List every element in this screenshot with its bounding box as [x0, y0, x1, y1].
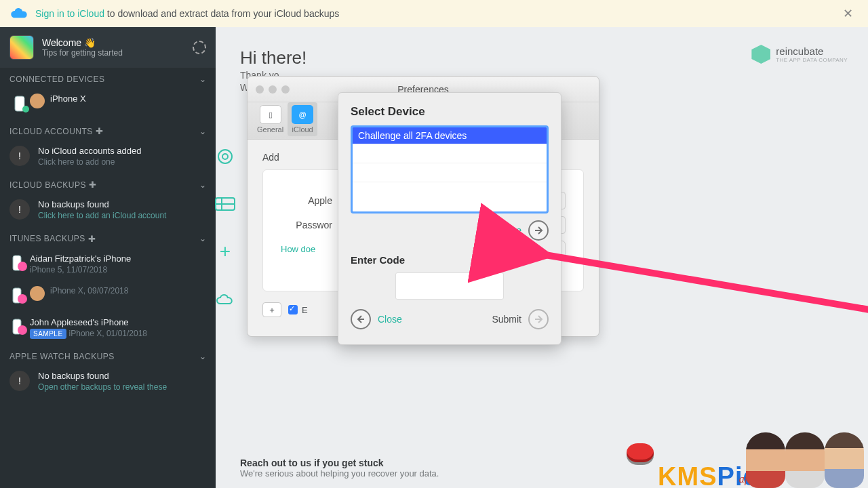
- chevron-down-icon: ⌄: [199, 234, 207, 243]
- svg-point-9: [222, 154, 228, 159]
- arrow-left-icon: [356, 314, 366, 324]
- itunes-backup-icon: [9, 317, 30, 338]
- device-option-empty[interactable]: [353, 163, 547, 182]
- itunes-backup-icon: [9, 253, 30, 274]
- section-icloud-backups[interactable]: ICLOUD BACKUPS ✚ ⌄: [0, 173, 216, 194]
- close-label[interactable]: Close: [378, 314, 402, 325]
- person-avatar: [785, 432, 825, 488]
- tab-general[interactable]: ▯ General: [253, 102, 288, 136]
- section-watch-backups[interactable]: APPLE WATCH BACKUPS ⌄: [0, 345, 216, 365]
- section-connected-devices[interactable]: CONNECTED DEVICES ⌄: [0, 68, 216, 88]
- add-button[interactable]: +: [262, 302, 281, 317]
- itunes-backup-item[interactable]: iPhone X, 09/07/2018: [0, 281, 216, 312]
- device-option-empty[interactable]: [353, 144, 547, 163]
- chevron-down-icon: ⌄: [199, 352, 207, 361]
- svg-point-3: [18, 262, 27, 271]
- sidebar: Welcome 👋 Tips for getting started CONNE…: [0, 27, 216, 488]
- close-banner-button[interactable]: ✕: [837, 3, 859, 24]
- banner-text: to download and extract data from your i…: [104, 8, 339, 19]
- welcome-title: Welcome 👋: [42, 37, 193, 48]
- chevron-down-icon: ⌄: [199, 75, 207, 84]
- red-button-icon: [627, 443, 654, 462]
- device-option-selected[interactable]: Challenge all 2FA devices: [353, 127, 547, 144]
- svg-point-8: [218, 150, 232, 163]
- app-icon: [9, 35, 34, 60]
- brand-cube-icon: [751, 45, 770, 64]
- enter-code-title: Enter Code: [351, 254, 549, 266]
- submit-go-button[interactable]: [528, 309, 549, 329]
- sample-badge: SAMPLE: [30, 329, 66, 339]
- section-itunes-backups[interactable]: ITUNES BACKUPS ✚ ⌄: [0, 227, 216, 248]
- main-content: Hi there! Thank yo We want reincubate TH…: [216, 27, 868, 488]
- challenge-link[interactable]: Challenge: [479, 225, 521, 236]
- info-icon: !: [9, 371, 30, 391]
- at-icon: @: [292, 105, 313, 124]
- person-avatar: [746, 432, 785, 488]
- code-input[interactable]: [395, 272, 504, 300]
- section-icloud-accounts[interactable]: ICLOUD ACCOUNTS ✚ ⌄: [0, 119, 216, 140]
- icloud-empty-item[interactable]: ! No iCloud accounts added Click here to…: [0, 140, 216, 173]
- svg-point-1: [22, 106, 29, 113]
- close-back-button[interactable]: [351, 309, 371, 329]
- user-avatar-icon: [30, 286, 45, 301]
- itunes-backup-item[interactable]: John Appleseed's iPhone SAMPLEiPhone X, …: [0, 312, 216, 344]
- chevron-down-icon: ⌄: [199, 180, 207, 190]
- password-label: Passwor: [281, 220, 339, 230]
- itunes-backup-item[interactable]: Aidan Fitzpatrick's iPhone iPhone 5, 11/…: [0, 248, 216, 281]
- welcome-subtitle: Tips for getting started: [42, 48, 193, 58]
- challenge-go-button[interactable]: [528, 220, 549, 241]
- watermark: KMSPico africa: [627, 432, 864, 488]
- user-avatar-icon: [30, 94, 45, 108]
- device-icon: ▯: [260, 105, 281, 124]
- phone-icon: [9, 94, 30, 114]
- checkbox-label: E: [302, 305, 308, 315]
- icloud-signin-banner: Sign in to iCloud to download and extrac…: [0, 0, 868, 27]
- remember-checkbox[interactable]: [288, 305, 298, 314]
- gear-outline-icon: [214, 145, 237, 168]
- device-list[interactable]: Challenge all 2FA devices: [351, 125, 549, 214]
- svg-point-5: [18, 294, 27, 304]
- cloud-icon: [9, 7, 28, 20]
- loading-spinner-icon: [193, 41, 206, 54]
- info-icon: !: [9, 146, 30, 166]
- submit-label[interactable]: Submit: [492, 314, 521, 325]
- select-device-sheet: Select Device Challenge all 2FA devices …: [338, 92, 561, 345]
- watch-backups-empty-item[interactable]: ! No backups found Open other backups to…: [0, 365, 216, 398]
- cloud-outline-icon: [214, 287, 237, 310]
- add-itunes-backup-icon[interactable]: ✚: [88, 234, 96, 244]
- sheet-title: Select Device: [351, 105, 549, 119]
- info-icon: !: [9, 199, 30, 220]
- how-does-it-work-link[interactable]: How doe: [281, 244, 315, 254]
- grid-icon: [214, 192, 237, 216]
- signin-link[interactable]: Sign in to iCloud: [35, 8, 104, 19]
- apple-id-label: Apple: [281, 195, 339, 206]
- plus-icon: +: [214, 240, 237, 263]
- arrow-right-icon: [534, 226, 543, 235]
- icloud-backups-empty-item[interactable]: ! No backups found Click here to add an …: [0, 194, 216, 226]
- svg-point-7: [18, 325, 27, 335]
- welcome-card[interactable]: Welcome 👋 Tips for getting started: [0, 27, 216, 68]
- device-option-empty[interactable]: [353, 182, 547, 201]
- device-item-iphonex[interactable]: iPhone X: [0, 88, 216, 119]
- chevron-down-icon: ⌄: [199, 127, 207, 136]
- category-icons: +: [214, 145, 237, 310]
- brand-logo: reincubate THE APP DATA COMPANY: [751, 45, 848, 64]
- add-icloud-backup-icon[interactable]: ✚: [89, 180, 97, 190]
- tab-icloud[interactable]: @ iCloud: [288, 102, 317, 136]
- add-icloud-account-icon[interactable]: ✚: [96, 126, 104, 136]
- arrow-right-icon: [534, 314, 543, 324]
- itunes-backup-icon: [9, 286, 30, 306]
- person-avatar: [825, 432, 864, 488]
- reach-out-block: Reach out to us if you get stuck We're s…: [240, 458, 439, 479]
